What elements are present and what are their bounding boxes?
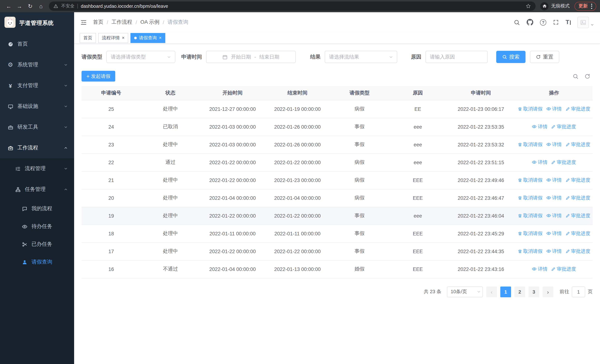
browser-reload-button[interactable]: ↻ — [25, 1, 35, 11]
help-icon[interactable]: ? — [540, 19, 546, 25]
search-icon[interactable] — [514, 19, 520, 25]
cell-apply-id: 18 — [82, 225, 141, 243]
security-label[interactable]: 不安全 — [61, 3, 75, 9]
action-cancel-link[interactable]: 取消请假 — [518, 177, 543, 184]
page-button-3[interactable]: 3 — [528, 286, 539, 297]
action-cancel-link[interactable]: 取消请假 — [518, 106, 543, 112]
cell-actions: 详情审批进度 — [515, 260, 593, 278]
action-detail-link[interactable]: 详情 — [546, 177, 562, 184]
next-page-button[interactable]: › — [543, 286, 553, 297]
action-progress-link[interactable]: 审批进度 — [551, 266, 576, 273]
sidebar-item-system-management[interactable]: ⚙ 系统管理 — [0, 55, 74, 75]
prev-page-button[interactable]: ‹ — [486, 286, 497, 297]
action-detail-link[interactable]: 详情 — [546, 230, 562, 237]
leave-type-select[interactable]: 请选择请假类型 — [106, 51, 175, 63]
sidebar-item-todo-tasks[interactable]: 待办任务 — [0, 218, 74, 235]
breadcrumb-workflow[interactable]: 工作流程 — [112, 19, 132, 26]
table-row[interactable]: 20 处理中 2022-01-04 00:00:00 2022-01-04 00… — [82, 189, 593, 207]
sidebar-item-process-management[interactable]: 流程管理 — [0, 158, 74, 179]
fullscreen-icon[interactable] — [553, 19, 559, 25]
close-icon[interactable]: × — [159, 36, 162, 40]
browser-back-button[interactable]: ← — [4, 1, 14, 11]
sidebar-item-workflow[interactable]: 工作流程 — [0, 138, 74, 158]
action-detail-link[interactable]: 详情 — [546, 212, 562, 219]
sidebar-item-task-management[interactable]: 任务管理 — [0, 179, 74, 200]
action-progress-link[interactable]: 审批进度 — [565, 195, 590, 201]
sidebar-collapse-button[interactable] — [80, 19, 87, 26]
table-row[interactable]: 23 处理中 2022-01-03 00:00:00 2022-01-26 00… — [82, 136, 593, 153]
bookmark-star-icon[interactable] — [525, 3, 531, 9]
sidebar-item-my-process[interactable]: 我的流程 — [0, 200, 74, 218]
browser-home-button[interactable]: ⌂ — [36, 1, 46, 11]
action-detail-link[interactable]: 详情 — [546, 141, 562, 148]
sidebar-item-done-tasks[interactable]: 已办任务 — [0, 235, 74, 253]
browser-forward-button[interactable]: → — [14, 1, 24, 11]
close-icon[interactable]: × — [122, 36, 124, 40]
action-progress-link[interactable]: 审批进度 — [565, 177, 590, 184]
action-detail-link[interactable]: 详情 — [546, 106, 562, 112]
action-detail-link[interactable]: 详情 — [532, 159, 548, 166]
reason-input[interactable] — [430, 54, 483, 60]
action-progress-link[interactable]: 审批进度 — [565, 230, 590, 237]
create-leave-button[interactable]: + 发起请假 — [82, 71, 115, 82]
action-progress-link[interactable]: 审批进度 — [551, 159, 576, 166]
font-size-icon[interactable]: T — [565, 19, 571, 25]
browser-update-button[interactable]: 更新 — [574, 2, 596, 10]
reason-input-box[interactable] — [425, 51, 488, 63]
tab-leave-query[interactable]: 请假查询 × — [131, 33, 165, 43]
scissors-icon — [21, 241, 28, 247]
result-select[interactable]: 请选择流结果 — [325, 51, 397, 63]
action-detail-link[interactable]: 详情 — [546, 195, 562, 201]
action-detail-link[interactable]: 详情 — [532, 123, 548, 130]
table-row[interactable]: 17 处理中 2022-01-22 00:00:00 2022-01-22 00… — [82, 243, 593, 260]
page-button-2[interactable]: 2 — [514, 286, 525, 297]
goto-page-input[interactable] — [572, 286, 585, 297]
action-cancel-link[interactable]: 取消请假 — [518, 230, 543, 237]
breadcrumb-home[interactable]: 首页 — [93, 19, 103, 26]
user-menu[interactable] — [577, 17, 594, 28]
action-cancel-link[interactable]: 取消请假 — [518, 141, 543, 148]
action-progress-link[interactable]: 审批进度 — [565, 106, 590, 112]
table-row[interactable]: 24 已取消 2022-01-03 00:00:00 2022-01-26 00… — [82, 118, 593, 136]
tab-process-detail[interactable]: 流程详情 × — [98, 33, 128, 43]
action-progress-link[interactable]: 审批进度 — [565, 248, 590, 255]
avatar[interactable] — [577, 17, 589, 28]
sidebar-item-leave-query[interactable]: 请假查询 — [0, 253, 74, 271]
tab-home[interactable]: 首页 — [80, 33, 96, 43]
github-icon[interactable] — [527, 19, 533, 26]
sidebar-item-home[interactable]: 首页 — [0, 34, 74, 55]
reset-button[interactable]: 重置 — [530, 51, 559, 63]
address-bar[interactable]: 不安全 dashboard.yudao.iocoder.cn/bpm/oa/le… — [49, 1, 535, 11]
action-progress-link[interactable]: 审批进度 — [551, 124, 576, 130]
action-cancel-link[interactable]: 取消请假 — [518, 213, 543, 219]
action-cancel-link[interactable]: 取消请假 — [518, 248, 543, 255]
cell-apply-id: 16 — [82, 260, 141, 278]
search-button[interactable]: 搜索 — [496, 51, 525, 63]
toggle-search-icon[interactable] — [572, 73, 579, 79]
app-logo[interactable]: 芋道管理系统 — [0, 12, 74, 34]
table-row[interactable]: 25 处理中 2021-12-27 00:00:00 2022-01-19 00… — [82, 100, 593, 118]
browser-menu-icon[interactable] — [591, 3, 592, 9]
plus-icon: + — [86, 73, 90, 79]
breadcrumb-oa-example[interactable]: OA 示例 — [141, 19, 159, 26]
table-row[interactable]: 19 处理中 2022-01-22 00:00:00 2022-01-22 00… — [82, 207, 593, 225]
page-size-select[interactable]: 10条/页 — [447, 286, 483, 297]
table-row[interactable]: 16 不通过 2022-01-04 00:00:00 2022-01-13 00… — [82, 260, 593, 278]
action-cancel-link[interactable]: 取消请假 — [518, 195, 543, 201]
cell-actions: 详情审批进度 — [515, 153, 593, 171]
table-row[interactable]: 18 处理中 2022-01-11 00:00:00 2022-01-11 00… — [82, 225, 593, 243]
sidebar-item-infrastructure[interactable]: 基础设施 — [0, 96, 74, 117]
url-text[interactable]: dashboard.yudao.iocoder.cn/bpm/oa/leave — [81, 3, 168, 9]
sidebar-item-dev-tools[interactable]: 研发工具 — [0, 117, 74, 138]
refresh-icon[interactable] — [584, 73, 590, 79]
table-row[interactable]: 22 通过 2022-01-22 00:00:00 2022-01-22 00:… — [82, 153, 593, 171]
update-label[interactable]: 更新 — [579, 3, 588, 9]
action-progress-link[interactable]: 审批进度 — [565, 141, 590, 148]
page-button-1[interactable]: 1 — [500, 286, 511, 297]
table-row[interactable]: 21 处理中 2022-01-22 00:00:00 2022-01-23 00… — [82, 171, 593, 189]
action-progress-link[interactable]: 审批进度 — [565, 213, 590, 219]
sidebar-item-payment-management[interactable]: ¥ 支付管理 — [0, 75, 74, 96]
action-detail-link[interactable]: 详情 — [532, 266, 548, 272]
apply-time-range-picker[interactable]: 开始日期 - 结束日期 — [206, 51, 296, 63]
action-detail-link[interactable]: 详情 — [546, 248, 562, 255]
